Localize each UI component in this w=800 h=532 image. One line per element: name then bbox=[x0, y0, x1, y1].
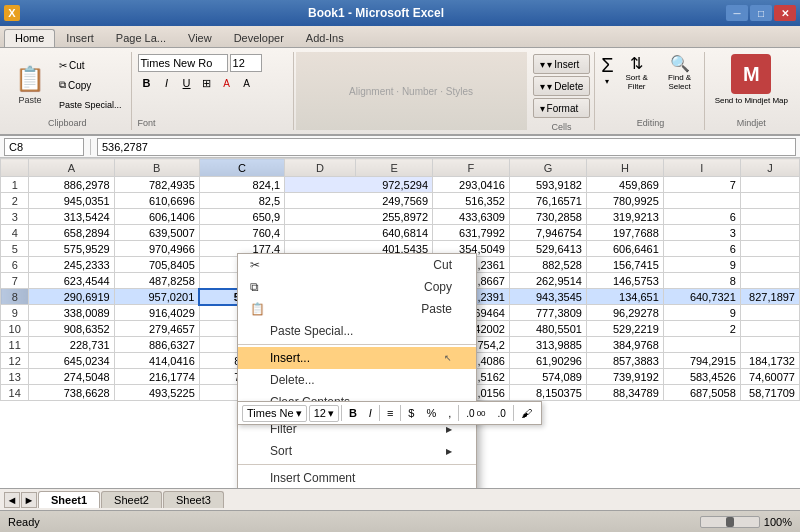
cell-g8[interactable]: 943,3545 bbox=[509, 289, 586, 305]
cell-h7[interactable]: 8 bbox=[663, 273, 740, 289]
mini-font-size[interactable]: 12 ▾ bbox=[309, 405, 339, 422]
mini-italic-button[interactable]: I bbox=[364, 405, 377, 421]
mini-comma-button[interactable]: , bbox=[443, 405, 456, 421]
cell-i7[interactable] bbox=[740, 273, 799, 289]
cell-a2[interactable]: 945,0351 bbox=[29, 193, 114, 209]
cell-d1[interactable]: 972,5294 bbox=[285, 177, 433, 193]
cell-a6[interactable]: 245,2333 bbox=[29, 257, 114, 273]
cell-a13[interactable]: 274,5048 bbox=[29, 369, 114, 385]
cell-f3[interactable]: 730,2858 bbox=[509, 209, 586, 225]
format-cells-button[interactable]: ▾ Format bbox=[533, 98, 591, 118]
cell-c4[interactable]: 760,4 bbox=[199, 225, 284, 241]
cell-b14[interactable]: 493,5225 bbox=[114, 385, 199, 401]
cell-b2[interactable]: 610,6696 bbox=[114, 193, 199, 209]
context-menu-paste[interactable]: 📋 Paste bbox=[238, 298, 476, 320]
mini-bold-button[interactable]: B bbox=[344, 405, 362, 421]
cell-e2[interactable]: 516,352 bbox=[433, 193, 510, 209]
cell-i3[interactable] bbox=[740, 209, 799, 225]
cell-a4[interactable]: 658,2894 bbox=[29, 225, 114, 241]
cell-f7[interactable]: 262,9514 bbox=[509, 273, 586, 289]
cell-h9[interactable]: 9 bbox=[663, 305, 740, 321]
col-header-i[interactable]: I bbox=[663, 159, 740, 177]
cell-f14[interactable]: 8,150375 bbox=[509, 385, 586, 401]
cell-g1[interactable]: 459,869 bbox=[586, 177, 663, 193]
cell-b7[interactable]: 487,8258 bbox=[114, 273, 199, 289]
bold-button[interactable]: B bbox=[138, 74, 156, 92]
cell-f5[interactable]: 529,6413 bbox=[509, 241, 586, 257]
cell-b8[interactable]: 957,0201 bbox=[114, 289, 199, 305]
cell-f12[interactable]: 61,90296 bbox=[509, 353, 586, 369]
cell-a5[interactable]: 575,9529 bbox=[29, 241, 114, 257]
paste-button[interactable]: 📋 Paste bbox=[8, 55, 52, 115]
border-button[interactable]: ⊞ bbox=[198, 74, 216, 92]
context-menu-sort[interactable]: Sort ▶ bbox=[238, 440, 476, 462]
cell-f11[interactable]: 313,9885 bbox=[509, 337, 586, 353]
cell-a8[interactable]: 290,6919 bbox=[29, 289, 114, 305]
col-header-e[interactable]: E bbox=[356, 159, 433, 177]
sum-button[interactable]: Σ ▾ bbox=[601, 54, 613, 91]
tab-view[interactable]: View bbox=[177, 29, 223, 47]
font-name-box[interactable]: Times New Ro bbox=[138, 54, 228, 72]
cell-h12[interactable]: 794,2915 bbox=[663, 353, 740, 369]
cell-b5[interactable]: 970,4966 bbox=[114, 241, 199, 257]
cut-button[interactable]: ✂ Cut bbox=[54, 56, 127, 74]
formula-input[interactable] bbox=[97, 138, 796, 156]
cell-b10[interactable]: 279,4657 bbox=[114, 321, 199, 337]
cell-g6[interactable]: 156,7415 bbox=[586, 257, 663, 273]
insert-cells-button[interactable]: ▾ ▾ Insert bbox=[533, 54, 591, 74]
cell-a9[interactable]: 338,0089 bbox=[29, 305, 114, 321]
tab-page-layout[interactable]: Page La... bbox=[105, 29, 177, 47]
cell-h5[interactable]: 6 bbox=[663, 241, 740, 257]
cell-h3[interactable]: 6 bbox=[663, 209, 740, 225]
sheet-scroll-right[interactable]: ► bbox=[21, 492, 37, 508]
cell-i6[interactable] bbox=[740, 257, 799, 273]
cell-b1[interactable]: 782,4935 bbox=[114, 177, 199, 193]
context-menu-cut[interactable]: ✂ Cut bbox=[238, 254, 476, 276]
col-header-j[interactable]: J bbox=[740, 159, 799, 177]
cell-g13[interactable]: 739,9192 bbox=[586, 369, 663, 385]
cell-h13[interactable]: 583,4526 bbox=[663, 369, 740, 385]
cell-h6[interactable]: 9 bbox=[663, 257, 740, 273]
cell-e3[interactable]: 433,6309 bbox=[433, 209, 510, 225]
cell-a7[interactable]: 623,4544 bbox=[29, 273, 114, 289]
underline-button[interactable]: U bbox=[178, 74, 196, 92]
cell-d2[interactable]: 249,7569 bbox=[285, 193, 433, 209]
cell-g2[interactable]: 780,9925 bbox=[586, 193, 663, 209]
paste-special-button[interactable]: Paste Special... bbox=[54, 96, 127, 114]
cell-c1[interactable]: 824,1 bbox=[199, 177, 284, 193]
mini-font-name[interactable]: Times Ne ▾ bbox=[242, 405, 307, 422]
cell-i2[interactable] bbox=[740, 193, 799, 209]
minimize-button[interactable]: ─ bbox=[726, 5, 748, 21]
cell-g12[interactable]: 857,3883 bbox=[586, 353, 663, 369]
cell-g4[interactable]: 197,7688 bbox=[586, 225, 663, 241]
sheet-tab-3[interactable]: Sheet3 bbox=[163, 491, 224, 508]
cell-h8[interactable]: 134,651 bbox=[586, 289, 663, 305]
sheet-scroll-left[interactable]: ◄ bbox=[4, 492, 20, 508]
fill-color-button[interactable]: A bbox=[218, 74, 236, 92]
cell-i4[interactable] bbox=[740, 225, 799, 241]
cell-d4[interactable]: 640,6814 bbox=[285, 225, 433, 241]
italic-button[interactable]: I bbox=[158, 74, 176, 92]
cell-i13[interactable]: 74,60077 bbox=[740, 369, 799, 385]
cell-i1[interactable] bbox=[740, 177, 799, 193]
cell-h14[interactable]: 687,5058 bbox=[663, 385, 740, 401]
close-button[interactable]: ✕ bbox=[774, 5, 796, 21]
cell-b6[interactable]: 705,8405 bbox=[114, 257, 199, 273]
cell-b13[interactable]: 216,1774 bbox=[114, 369, 199, 385]
cell-i8[interactable]: 640,7321 bbox=[663, 289, 740, 305]
zoom-slider[interactable] bbox=[700, 516, 760, 528]
cell-b11[interactable]: 886,6327 bbox=[114, 337, 199, 353]
tab-home[interactable]: Home bbox=[4, 29, 55, 47]
maximize-button[interactable]: □ bbox=[750, 5, 772, 21]
cell-i11[interactable] bbox=[740, 337, 799, 353]
cell-h4[interactable]: 3 bbox=[663, 225, 740, 241]
cell-c3[interactable]: 650,9 bbox=[199, 209, 284, 225]
cell-g9[interactable]: 96,29278 bbox=[586, 305, 663, 321]
cell-b4[interactable]: 639,5007 bbox=[114, 225, 199, 241]
mini-dec-dec-button[interactable]: .0 bbox=[493, 406, 511, 421]
cell-a11[interactable]: 228,731 bbox=[29, 337, 114, 353]
sort-filter-button[interactable]: ⇅ Sort & Filter bbox=[618, 54, 656, 91]
name-box[interactable]: C8 bbox=[4, 138, 84, 156]
cell-i14[interactable]: 58,71709 bbox=[740, 385, 799, 401]
cell-f13[interactable]: 574,089 bbox=[509, 369, 586, 385]
